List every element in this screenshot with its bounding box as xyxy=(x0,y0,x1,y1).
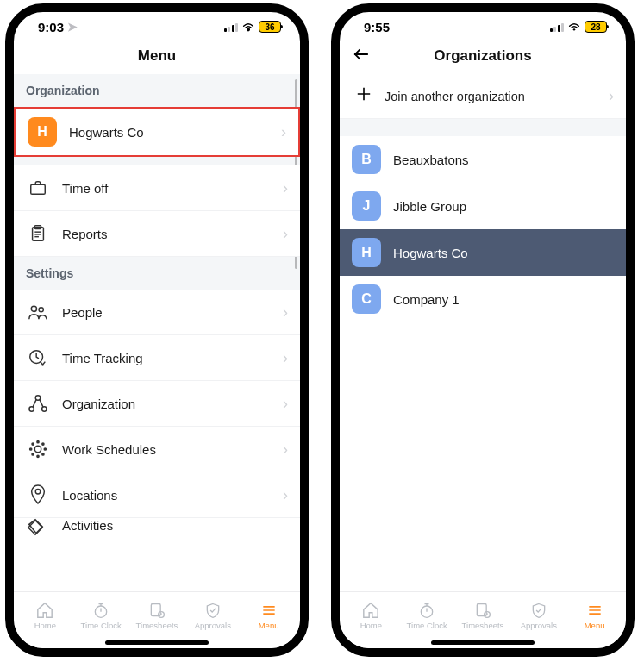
svg-point-19 xyxy=(44,448,46,450)
org-badge-icon: H xyxy=(352,238,381,267)
svg-point-8 xyxy=(39,308,43,312)
status-icons: 28 xyxy=(550,21,608,33)
stopwatch-icon xyxy=(417,602,436,619)
svg-point-35 xyxy=(573,28,575,30)
home-indicator xyxy=(431,640,535,645)
tab-label: Home xyxy=(360,621,382,630)
menu-item-activities[interactable]: Activities xyxy=(14,518,300,537)
tab-menu[interactable]: Menu xyxy=(569,602,621,630)
section-header-settings: Settings xyxy=(14,257,300,290)
chevron-right-icon: › xyxy=(283,303,288,322)
tab-approvals[interactable]: Approvals xyxy=(513,602,565,630)
tab-label: Home xyxy=(34,621,56,630)
tag-icon xyxy=(26,518,50,537)
section-gap xyxy=(340,119,626,136)
wifi-icon xyxy=(567,22,581,32)
status-time-area: 9:03 ➤ xyxy=(38,20,78,34)
gear-dots-icon xyxy=(26,439,50,459)
svg-rect-29 xyxy=(151,604,160,616)
home-indicator xyxy=(105,640,209,645)
tab-bar: Home Time Clock Timesheets Approvals Men… xyxy=(340,591,626,648)
org-name: Hogwarts Co xyxy=(393,246,468,260)
tab-timesheets[interactable]: Timesheets xyxy=(457,602,509,630)
menu-item-label: Time off xyxy=(62,181,283,196)
chevron-right-icon: › xyxy=(283,225,288,243)
svg-rect-43 xyxy=(477,604,486,616)
battery-level: 28 xyxy=(591,22,600,32)
tab-label: Time Clock xyxy=(407,621,447,630)
tab-approvals[interactable]: Approvals xyxy=(187,602,239,630)
svg-line-14 xyxy=(40,399,43,407)
plus-svg-icon xyxy=(356,86,372,102)
tab-label: Time Clock xyxy=(81,621,122,630)
chevron-right-icon: › xyxy=(283,349,288,367)
svg-point-21 xyxy=(42,443,44,445)
menu-item-time-tracking[interactable]: Time Tracking › xyxy=(14,335,300,381)
status-bar: 9:55 28 xyxy=(340,12,626,38)
shield-check-icon xyxy=(203,602,222,619)
menu-item-locations[interactable]: Locations › xyxy=(14,472,300,518)
menu-item-reports[interactable]: Reports › xyxy=(14,211,300,257)
status-time: 9:55 xyxy=(364,20,390,34)
tab-label: Menu xyxy=(259,621,279,630)
screen: 9:55 28 Organizations xyxy=(340,12,626,648)
arrow-left-icon xyxy=(352,47,371,62)
org-badge-icon: H xyxy=(28,117,57,147)
shield-check-icon xyxy=(529,602,548,619)
back-button[interactable] xyxy=(352,47,371,66)
svg-point-7 xyxy=(31,306,36,311)
org-name: Jibble Group xyxy=(393,199,466,214)
status-icons: 36 xyxy=(224,21,282,33)
organization-row[interactable]: H Hogwarts Co › xyxy=(14,107,300,157)
tab-label: Approvals xyxy=(195,621,231,630)
svg-point-17 xyxy=(37,455,39,457)
tab-home[interactable]: Home xyxy=(19,602,71,630)
svg-point-23 xyxy=(42,453,44,455)
tab-label: Timesheets xyxy=(136,621,178,630)
org-name: Beauxbatons xyxy=(393,153,469,167)
org-name: Company 1 xyxy=(393,292,460,307)
org-row-hogwarts[interactable]: H Hogwarts Co xyxy=(340,229,626,276)
svg-point-22 xyxy=(32,453,34,455)
screen: 9:03 ➤ 36 Menu Organization xyxy=(14,12,300,648)
join-label: Join another organization xyxy=(385,90,609,103)
briefcase-icon xyxy=(26,178,50,197)
menu-item-organization[interactable]: Organization › xyxy=(14,381,300,427)
location-pin-icon xyxy=(26,484,50,505)
menu-item-label: People xyxy=(62,305,283,320)
menu-item-work-schedules[interactable]: Work Schedules › xyxy=(14,427,300,472)
join-organization-row[interactable]: Join another organization › xyxy=(340,74,626,119)
svg-point-12 xyxy=(42,407,47,412)
tab-home[interactable]: Home xyxy=(345,602,397,630)
cellular-signal-icon xyxy=(224,22,239,32)
menu-lines-icon xyxy=(259,602,278,619)
tab-label: Menu xyxy=(585,621,605,630)
clipboard-icon xyxy=(26,224,50,243)
tab-timesheets[interactable]: Timesheets xyxy=(131,602,183,630)
timesheets-icon xyxy=(147,602,166,619)
menu-item-label: Reports xyxy=(62,227,283,241)
svg-point-11 xyxy=(29,407,34,412)
org-list: Join another organization › B Beauxbaton… xyxy=(340,74,626,591)
tab-time-clock[interactable]: Time Clock xyxy=(75,602,127,630)
org-name: Hogwarts Co xyxy=(69,125,281,140)
section-gap xyxy=(14,157,300,166)
tab-time-clock[interactable]: Time Clock xyxy=(401,602,453,630)
battery-indicator: 36 xyxy=(259,21,281,33)
home-icon xyxy=(35,602,54,619)
org-row-jibble-group[interactable]: J Jibble Group xyxy=(340,183,626,229)
menu-item-label: Organization xyxy=(62,397,283,411)
org-graph-icon xyxy=(26,394,50,413)
menu-item-people[interactable]: People › xyxy=(14,290,300,335)
org-badge-icon: C xyxy=(352,284,381,314)
tab-label: Timesheets xyxy=(462,621,504,630)
menu-item-label: Locations xyxy=(62,488,283,503)
tab-bar: Home Time Clock Timesheets Approvals Men… xyxy=(14,591,300,648)
menu-item-label: Work Schedules xyxy=(62,442,283,457)
menu-item-timeoff[interactable]: Time off › xyxy=(14,166,300,211)
tab-menu[interactable]: Menu xyxy=(243,602,295,630)
org-row-company-1[interactable]: C Company 1 xyxy=(340,276,626,322)
org-badge-icon: B xyxy=(352,145,381,174)
svg-point-24 xyxy=(35,490,41,495)
org-row-beauxbatons[interactable]: B Beauxbatons xyxy=(340,136,626,183)
